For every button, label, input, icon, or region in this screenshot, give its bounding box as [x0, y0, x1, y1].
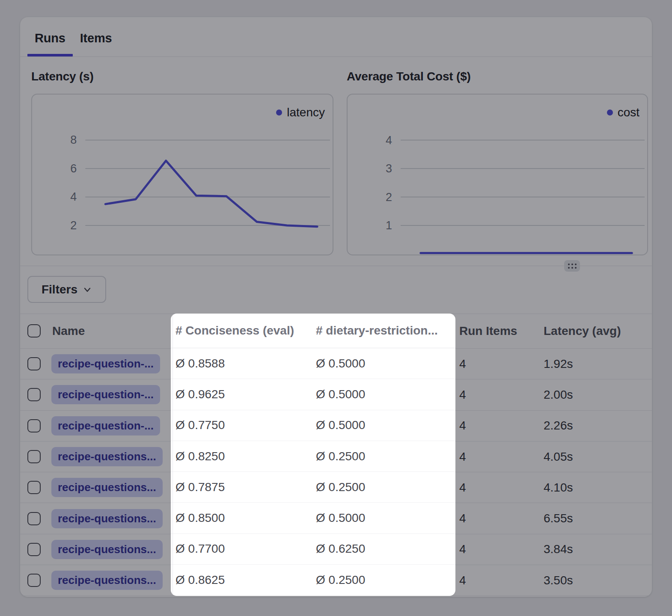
svg-text:8: 8 — [70, 134, 77, 147]
dietary-restriction-score-cell: Ø 0.2500 — [312, 573, 455, 587]
svg-text:2: 2 — [70, 219, 77, 232]
name-cell: recipe-question-... — [20, 411, 171, 441]
spotlight-row: Ø 0.9625Ø 0.5000 — [171, 379, 455, 410]
column-header-latency[interactable]: Latency (avg) — [537, 324, 652, 338]
dietary-restriction-score-cell: Ø 0.2500 — [312, 450, 455, 463]
dietary-restriction-score-cell: Ø 0.5000 — [312, 388, 455, 401]
cost-legend: cost — [607, 106, 639, 119]
cost-line-plot: 1234 — [348, 95, 647, 255]
conciseness-score-cell: Ø 0.7875 — [171, 480, 312, 494]
filters-row: Filters — [20, 266, 652, 314]
latency-legend-dot-icon — [276, 110, 282, 116]
tab-items[interactable]: Items — [73, 20, 119, 56]
latency-avg-cell: 1.92s — [537, 357, 652, 371]
active-tab-underline — [27, 54, 73, 56]
tab-runs-label: Runs — [35, 31, 65, 45]
row-checkbox[interactable] — [27, 574, 41, 587]
row-checkbox[interactable] — [27, 450, 41, 463]
spotlight-row: Ø 0.8588Ø 0.5000 — [171, 348, 455, 379]
svg-text:4: 4 — [386, 134, 392, 147]
latency-legend-label: latency — [287, 106, 325, 119]
svg-text:2: 2 — [386, 191, 392, 204]
svg-text:4: 4 — [70, 191, 77, 204]
latency-avg-cell: 2.26s — [537, 419, 652, 432]
filters-button-label: Filters — [42, 283, 77, 296]
drag-handle[interactable] — [564, 260, 580, 272]
row-checkbox[interactable] — [27, 419, 41, 432]
row-checkbox[interactable] — [27, 388, 41, 401]
conciseness-score-cell: Ø 0.8625 — [171, 573, 312, 587]
run-name-badge[interactable]: recipe-questions... — [51, 478, 163, 497]
row-checkbox[interactable] — [27, 481, 41, 494]
conciseness-score-cell: Ø 0.8250 — [171, 450, 312, 463]
run-items-cell: 4 — [455, 419, 537, 432]
name-cell: recipe-question-... — [20, 349, 171, 379]
tab-runs[interactable]: Runs — [27, 20, 73, 56]
latency-avg-cell: 3.50s — [537, 574, 652, 587]
dietary-restriction-score-cell: Ø 0.6250 — [312, 542, 455, 556]
latency-legend: latency — [276, 106, 325, 119]
spotlight-highlight: # Conciseness (eval) # dietary-restricti… — [171, 314, 455, 596]
charts-section: Latency (s) Average Total Cost ($) 2468 … — [20, 57, 652, 266]
tab-bar: Runs Items — [20, 17, 652, 57]
svg-text:3: 3 — [386, 162, 392, 175]
spotlight-row: Ø 0.7750Ø 0.5000 — [171, 410, 455, 441]
column-header-dietary-restriction[interactable]: # dietary-restriction... — [312, 324, 455, 338]
name-cell: recipe-question-... — [20, 379, 171, 410]
latency-avg-cell: 6.55s — [537, 512, 652, 525]
spotlight-row: Ø 0.7700Ø 0.6250 — [171, 534, 455, 565]
dietary-restriction-score-cell: Ø 0.2500 — [312, 480, 455, 494]
run-name-badge[interactable]: recipe-question-... — [51, 354, 160, 373]
run-name-badge[interactable]: recipe-questions... — [51, 571, 163, 590]
spotlight-row: Ø 0.8625Ø 0.2500 — [171, 565, 455, 595]
conciseness-score-cell: Ø 0.8500 — [171, 511, 312, 525]
dietary-restriction-score-cell: Ø 0.5000 — [312, 511, 455, 525]
latency-chart-title: Latency (s) — [31, 70, 94, 83]
cost-legend-label: cost — [618, 106, 639, 119]
spotlight-header-row: # Conciseness (eval) # dietary-restricti… — [171, 314, 455, 348]
run-items-cell: 4 — [455, 512, 537, 525]
row-checkbox[interactable] — [27, 357, 41, 370]
run-name-badge[interactable]: recipe-questions... — [51, 540, 163, 559]
spotlight-row: Ø 0.8250Ø 0.2500 — [171, 441, 455, 472]
conciseness-score-cell: Ø 0.7700 — [171, 542, 312, 556]
dietary-restriction-score-cell: Ø 0.5000 — [312, 418, 455, 432]
run-name-badge[interactable]: recipe-question-... — [51, 385, 160, 404]
row-checkbox[interactable] — [27, 512, 41, 525]
run-items-cell: 4 — [455, 450, 537, 464]
name-cell: recipe-questions... — [20, 565, 171, 595]
conciseness-score-cell: Ø 0.7750 — [171, 418, 312, 432]
column-header-conciseness[interactable]: # Conciseness (eval) — [171, 324, 312, 338]
filters-button[interactable]: Filters — [27, 276, 106, 303]
spotlight-row: Ø 0.7875Ø 0.2500 — [171, 472, 455, 503]
latency-avg-cell: 4.10s — [537, 481, 652, 495]
latency-avg-cell: 3.84s — [537, 542, 652, 556]
conciseness-score-cell: Ø 0.8588 — [171, 357, 312, 370]
cost-chart-title: Average Total Cost ($) — [347, 70, 471, 83]
name-cell: recipe-questions... — [20, 534, 171, 565]
cost-chart: 1234 cost — [347, 94, 648, 255]
select-all-checkbox[interactable] — [27, 324, 41, 338]
name-cell: recipe-questions... — [20, 503, 171, 533]
spotlight-body: Ø 0.8588Ø 0.5000Ø 0.9625Ø 0.5000Ø 0.7750… — [171, 348, 455, 595]
conciseness-score-cell: Ø 0.9625 — [171, 388, 312, 401]
tab-items-label: Items — [80, 31, 112, 45]
run-name-badge[interactable]: recipe-questions... — [51, 509, 163, 528]
chevron-down-icon — [83, 285, 92, 294]
app-root: Runs Items Latency (s) Average Total Cos… — [0, 0, 672, 616]
dietary-restriction-score-cell: Ø 0.5000 — [312, 357, 455, 370]
column-header-name[interactable]: Name — [20, 324, 171, 338]
spotlight-row: Ø 0.8500Ø 0.5000 — [171, 503, 455, 533]
latency-chart: 2468 latency — [31, 94, 333, 255]
row-checkbox[interactable] — [27, 543, 41, 556]
svg-text:6: 6 — [70, 162, 77, 175]
latency-avg-cell: 4.05s — [537, 450, 652, 464]
name-cell: recipe-questions... — [20, 472, 171, 503]
column-header-run-items[interactable]: Run Items — [455, 324, 537, 338]
run-name-badge[interactable]: recipe-questions... — [51, 447, 163, 466]
run-items-cell: 4 — [455, 388, 537, 402]
run-items-cell: 4 — [455, 542, 537, 556]
latency-avg-cell: 2.00s — [537, 388, 652, 402]
run-items-cell: 4 — [455, 481, 537, 495]
run-name-badge[interactable]: recipe-question-... — [51, 416, 160, 435]
